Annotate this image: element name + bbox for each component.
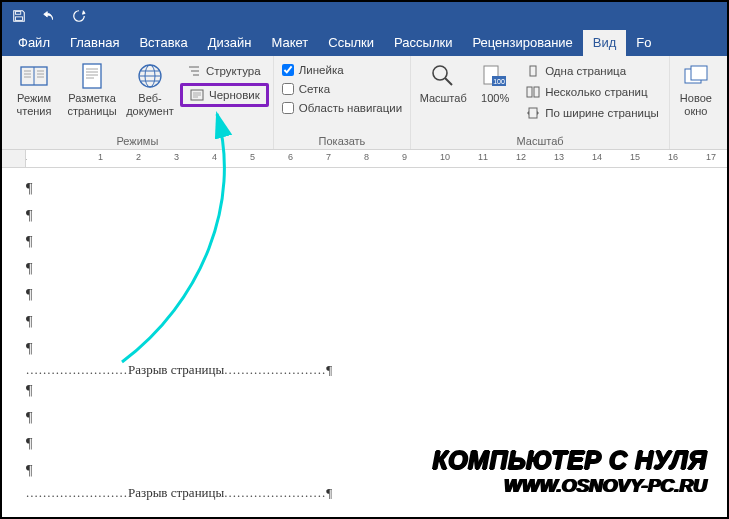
group-views-label: Режимы <box>6 135 269 149</box>
page-width-icon <box>525 106 541 120</box>
web-layout-icon <box>134 62 166 90</box>
read-mode-button[interactable]: Режим чтения <box>6 58 62 117</box>
tab-extra[interactable]: Fo <box>626 30 661 56</box>
zoom-100-label: 100% <box>481 92 509 105</box>
paragraph-mark: ¶ <box>26 203 703 230</box>
multi-page-icon <box>525 85 541 99</box>
one-page-button[interactable]: Одна страница <box>519 62 665 80</box>
zoom-button[interactable]: Масштаб <box>415 58 471 105</box>
paragraph-mark: ¶ <box>26 405 703 432</box>
read-mode-label: Режим чтения <box>6 92 62 117</box>
print-layout-button[interactable]: Разметка страницы <box>64 58 120 117</box>
draft-icon <box>189 88 205 102</box>
tab-mailings[interactable]: Рассылки <box>384 30 462 56</box>
svg-rect-34 <box>534 87 539 97</box>
paragraph-mark: ¶ <box>26 229 703 256</box>
svg-rect-35 <box>529 108 537 118</box>
tab-file[interactable]: Файл <box>8 30 60 56</box>
ruler-checkbox[interactable]: Линейка <box>278 62 406 78</box>
redo-icon[interactable] <box>68 5 90 27</box>
web-layout-label: Веб-документ <box>122 92 178 117</box>
svg-rect-0 <box>16 12 21 15</box>
paragraph-mark: ¶ <box>26 282 703 309</box>
outline-label: Структура <box>206 65 261 77</box>
group-zoom: Масштаб 100 100% Одна страница Нескол <box>411 56 670 149</box>
web-layout-button[interactable]: Веб-документ <box>122 58 178 117</box>
zoom-label: Масштаб <box>420 92 467 105</box>
svg-rect-33 <box>527 87 532 97</box>
group-views: Режим чтения Разметка страницы Веб-докум… <box>2 56 274 149</box>
tab-design[interactable]: Дизайн <box>198 30 262 56</box>
zoom-100-icon: 100 <box>479 62 511 90</box>
page-break-marker: ........................ Разрыв страницы… <box>26 362 703 378</box>
svg-line-28 <box>445 78 452 85</box>
multi-page-button[interactable]: Несколько страниц <box>519 83 665 101</box>
watermark: КОМПЬЮТЕР С НУЛЯ WWW.OSNOVY-PC.RU <box>433 446 707 497</box>
one-page-label: Одна страница <box>545 65 626 77</box>
grid-checkbox[interactable]: Сетка <box>278 81 406 97</box>
tab-references[interactable]: Ссылки <box>318 30 384 56</box>
zoom-icon <box>427 62 459 90</box>
ribbon: Режим чтения Разметка страницы Веб-докум… <box>2 56 727 150</box>
ribbon-tabs: Файл Главная Вставка Дизайн Макет Ссылки… <box>2 30 727 56</box>
paragraph-mark: ¶ <box>26 378 703 405</box>
svg-rect-10 <box>83 64 101 88</box>
quick-access-toolbar <box>2 2 727 30</box>
outline-button[interactable]: Структура <box>180 62 269 80</box>
page-width-label: По ширине страницы <box>545 107 659 119</box>
svg-point-27 <box>433 66 447 80</box>
svg-rect-37 <box>691 66 707 80</box>
watermark-url: WWW.OSNOVY-PC.RU <box>433 475 707 497</box>
one-page-icon <box>525 64 541 78</box>
new-window-icon <box>680 62 712 90</box>
draft-label: Черновик <box>209 89 260 101</box>
new-window-label: Новое окно <box>674 92 718 117</box>
paragraph-mark: ¶ <box>26 256 703 283</box>
new-window-button[interactable]: Новое окно <box>674 58 718 117</box>
save-icon[interactable] <box>8 5 30 27</box>
paragraph-mark: ¶ <box>26 336 703 363</box>
tab-insert[interactable]: Вставка <box>129 30 197 56</box>
outline-icon <box>186 64 202 78</box>
read-mode-icon <box>18 62 50 90</box>
tab-layout[interactable]: Макет <box>261 30 318 56</box>
multi-page-label: Несколько страниц <box>545 86 647 98</box>
undo-icon[interactable] <box>38 5 60 27</box>
paragraph-mark: ¶ <box>26 176 703 203</box>
tab-review[interactable]: Рецензирование <box>462 30 582 56</box>
tab-home[interactable]: Главная <box>60 30 129 56</box>
svg-text:100: 100 <box>493 78 505 85</box>
group-show-label: Показать <box>278 135 406 149</box>
group-show: Линейка Сетка Область навигации Показать <box>274 56 411 149</box>
page-width-button[interactable]: По ширине страницы <box>519 104 665 122</box>
draft-button[interactable]: Черновик <box>180 83 269 107</box>
group-zoom-label: Масштаб <box>415 135 665 149</box>
print-layout-icon <box>76 62 108 90</box>
print-layout-label: Разметка страницы <box>64 92 120 117</box>
tab-view[interactable]: Вид <box>583 30 627 56</box>
ruler-strip: 11234567891011121314151617 <box>26 150 727 167</box>
watermark-title: КОМПЬЮТЕР С НУЛЯ <box>433 446 707 475</box>
nav-checkbox[interactable]: Область навигации <box>278 100 406 116</box>
ruler-corner <box>2 150 26 167</box>
svg-rect-1 <box>16 17 23 21</box>
zoom-100-button[interactable]: 100 100% <box>473 58 517 105</box>
svg-rect-32 <box>530 66 536 76</box>
group-window: Новое окно <box>670 56 722 149</box>
horizontal-ruler[interactable]: 11234567891011121314151617 <box>2 150 727 168</box>
paragraph-mark: ¶ <box>26 309 703 336</box>
